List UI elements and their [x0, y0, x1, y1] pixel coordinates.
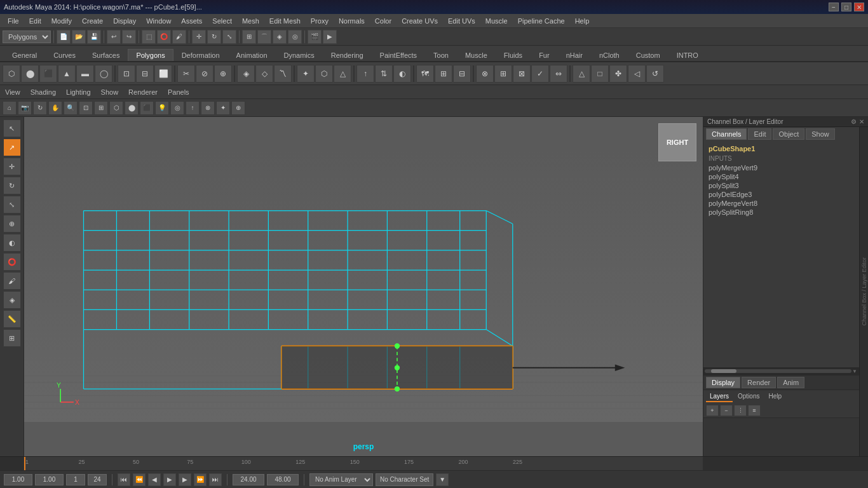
cube-icon[interactable]: ⬡ [3, 65, 20, 83]
menu-create-uvs[interactable]: Create UVs [397, 16, 443, 26]
menu-mesh[interactable]: Mesh [237, 16, 264, 26]
extrude-icon[interactable]: ⊡ [118, 65, 135, 83]
module-tab-nhair[interactable]: nHair [558, 49, 591, 61]
layer-sort-btn[interactable]: ≡ [748, 405, 761, 416]
module-tab-muscle[interactable]: Muscle [457, 49, 496, 61]
scroll-down-btn[interactable]: ▼ [851, 369, 858, 374]
lt-universal[interactable]: ⊕ [3, 215, 21, 233]
menu-window[interactable]: Window [141, 16, 176, 26]
vpt-smooth[interactable]: ✦ [216, 101, 230, 115]
crease-icon[interactable]: 〽 [274, 65, 292, 83]
sphere-icon[interactable]: ⬤ [21, 65, 39, 83]
menu-edit-uvs[interactable]: Edit UVs [443, 16, 480, 26]
ipr-icon[interactable]: ▶ [323, 30, 337, 44]
next-key-btn[interactable]: ⏩ [194, 473, 207, 486]
lighting-menu[interactable]: Lighting [66, 88, 91, 96]
module-tab-painteffects[interactable]: PaintEffects [372, 49, 426, 61]
layer-delete-btn[interactable]: − [720, 405, 733, 416]
rp-sub-layers[interactable]: Layers [706, 391, 733, 402]
lt-rotate[interactable]: ↻ [3, 177, 21, 194]
lt-soft[interactable]: ◐ [3, 234, 21, 252]
playback-end-field[interactable] [35, 474, 64, 485]
vpt-xray[interactable]: ◎ [170, 101, 184, 115]
vpt-frame[interactable]: ⊡ [79, 101, 93, 115]
cb-item-2[interactable]: polySplit3 [706, 181, 857, 190]
lt-paint[interactable]: 🖌 [3, 272, 21, 290]
lt-select[interactable]: ↖ [3, 119, 21, 137]
play-btn[interactable]: ▶ [163, 473, 176, 486]
cut-icon[interactable]: ⊘ [196, 65, 214, 83]
rp-tab-display[interactable]: Display [706, 377, 740, 388]
out-end-field[interactable] [267, 474, 299, 485]
boolean-icon[interactable]: ⊗ [476, 65, 494, 83]
anim-layer-select[interactable]: No Anim Layer [309, 473, 373, 486]
tri-icon[interactable]: △ [573, 65, 590, 83]
timeline[interactable]: 1 25 50 75 100 125 150 175 200 225 [0, 456, 868, 470]
viewport-orientation-cube[interactable]: RIGHT [658, 123, 696, 161]
wedge-icon[interactable]: ◁ [628, 65, 646, 83]
cb-item-3[interactable]: polyDelEdge3 [706, 190, 857, 199]
vpt-pan[interactable]: ✋ [48, 101, 62, 115]
menu-proxy[interactable]: Proxy [306, 16, 334, 26]
quad-icon[interactable]: □ [591, 65, 609, 83]
vpt-light[interactable]: 💡 [155, 101, 169, 115]
cylinder-icon[interactable]: ⬛ [39, 65, 57, 83]
module-tab-general[interactable]: General [4, 49, 45, 61]
vpt-grid[interactable]: ⊞ [94, 101, 108, 115]
char-set-button[interactable]: No Character Set [376, 473, 433, 486]
vpt-orbit[interactable]: ↻ [33, 101, 47, 115]
soften-icon[interactable]: ◐ [393, 65, 411, 83]
torus-icon[interactable]: ◯ [95, 65, 112, 83]
module-tab-polygons[interactable]: Polygons [128, 49, 173, 61]
rp-settings-btn[interactable]: ⚙ [851, 118, 857, 125]
module-tab-rendering[interactable]: Rendering [323, 49, 372, 61]
vpt-normals[interactable]: ↑ [186, 101, 200, 115]
scroll-thumb[interactable] [711, 369, 736, 373]
redo-icon[interactable]: ↪ [122, 30, 136, 44]
module-tab-dynamics[interactable]: Dynamics [276, 49, 323, 61]
lt-move[interactable]: ✛ [3, 158, 21, 175]
flip-icon[interactable]: ⇅ [375, 65, 393, 83]
spin-icon[interactable]: ↺ [646, 65, 664, 83]
module-tab-fluids[interactable]: Fluids [496, 49, 531, 61]
frame-start-field[interactable] [66, 474, 85, 485]
menu-modify[interactable]: Modify [46, 16, 77, 26]
vpt-zoom[interactable]: 🔍 [64, 101, 78, 115]
menu-edit-mesh[interactable]: Edit Mesh [264, 16, 306, 26]
rp-tab-object[interactable]: Object [773, 128, 804, 140]
cb-item-4[interactable]: polyMergeVert8 [706, 199, 857, 208]
vpt-wireframe[interactable]: ⬡ [109, 101, 123, 115]
rp-tab-channels[interactable]: Channels [706, 128, 747, 140]
separate-icon[interactable]: ⊠ [513, 65, 531, 83]
layer-options-btn[interactable]: ⋮ [734, 405, 747, 416]
prev-key-btn[interactable]: ⏪ [133, 473, 146, 486]
frame-end-field[interactable] [88, 474, 107, 485]
lasso-icon[interactable]: ⭕ [157, 30, 171, 44]
layout-icon[interactable]: ⊞ [435, 65, 452, 83]
mirror-icon[interactable]: ⇔ [550, 65, 567, 83]
rp-sub-options[interactable]: Options [734, 391, 763, 402]
undo-icon[interactable]: ↩ [107, 30, 121, 44]
snap-curve-icon[interactable]: ⌒ [257, 30, 271, 44]
unfold-icon[interactable]: ⊟ [453, 65, 471, 83]
open-icon[interactable]: 📂 [72, 30, 86, 44]
skip-end-btn[interactable]: ⏭ [209, 473, 222, 486]
playhead[interactable] [24, 457, 25, 470]
rp-close-btn[interactable]: ✕ [859, 118, 864, 125]
module-tab-toon[interactable]: Toon [425, 49, 457, 61]
viewport[interactable]: X Y persp RIGHT [24, 117, 703, 456]
normals-icon[interactable]: ↑ [356, 65, 374, 83]
timeline-ruler[interactable]: 1 25 50 75 100 125 150 175 200 225 [24, 457, 703, 470]
mode-select[interactable]: Polygons [3, 30, 51, 43]
snap-point-icon[interactable]: ◈ [273, 30, 287, 44]
vpt-camera[interactable]: 📷 [18, 101, 32, 115]
smooth-icon[interactable]: ✦ [297, 65, 315, 83]
view-menu[interactable]: View [5, 88, 20, 96]
module-tab-intro[interactable]: INTRO [668, 49, 707, 61]
title-controls[interactable]: − □ ✕ [829, 3, 864, 11]
menu-file[interactable]: File [3, 16, 24, 26]
rp-tab-edit[interactable]: Edit [748, 128, 771, 140]
move-icon[interactable]: ✛ [192, 30, 206, 44]
lt-ruler[interactable]: 📏 [3, 310, 21, 328]
menu-help[interactable]: Help [570, 16, 595, 26]
